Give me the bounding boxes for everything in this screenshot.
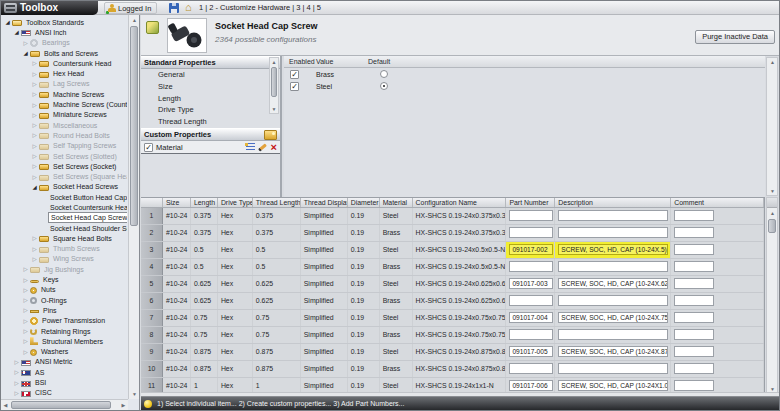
scroll-right-icon[interactable]: ▶ [119, 400, 128, 410]
logged-in-button[interactable]: Logged In [104, 2, 157, 14]
collapsed-arrow-icon[interactable]: ▷ [21, 38, 30, 48]
part-number-input[interactable] [509, 329, 553, 340]
collapsed-arrow-icon[interactable]: ▷ [12, 357, 21, 367]
part-number-input[interactable]: 091017-006 [509, 380, 553, 391]
column-header-part-number[interactable]: Part Number [506, 198, 555, 207]
scroll-down-icon[interactable]: ▼ [270, 104, 278, 114]
tree-item-set-screws-slotted[interactable]: ▷Set Screws (Slotted) [1, 151, 127, 161]
collapsed-arrow-icon[interactable]: ▷ [30, 151, 39, 161]
collapsed-arrow-icon[interactable]: ▷ [12, 378, 21, 388]
collapsed-arrow-icon[interactable]: ▷ [30, 161, 39, 171]
collapsed-arrow-icon[interactable]: ▷ [30, 244, 39, 254]
expanded-arrow-icon[interactable]: ◢ [21, 48, 30, 58]
tree-item-bolts-and-screws[interactable]: ◢Bolts and Screws [1, 48, 127, 58]
tree-item-machine-screws[interactable]: ▷Machine Screws [1, 89, 127, 99]
values-scrollbar[interactable]: ▲ ▼ [766, 57, 778, 196]
comment-input[interactable] [674, 227, 714, 238]
part-number-input[interactable] [509, 363, 553, 374]
default-radio[interactable] [380, 82, 388, 90]
scroll-down-icon[interactable]: ▼ [767, 186, 778, 196]
tree-item-structural-members[interactable]: ▷Structural Members [1, 336, 127, 346]
breadcrumb[interactable]: 1 | 2 - Customize Hardware | 3 | 4 | 5 [199, 1, 321, 15]
tree-item-socket-countersunk-head[interactable]: Socket Countersunk Head [1, 202, 127, 212]
collapsed-arrow-icon[interactable]: ▷ [21, 347, 30, 357]
collapsed-arrow-icon[interactable]: ▷ [12, 367, 21, 377]
scroll-up-icon[interactable]: ▲ [767, 208, 778, 218]
tree-item-socket-head-screws[interactable]: ◢Socket Head Screws [1, 182, 127, 192]
part-number-input[interactable] [509, 227, 553, 238]
collapsed-arrow-icon[interactable]: ▷ [30, 120, 39, 130]
column-header-size[interactable]: Size [163, 198, 191, 207]
standard-property-general[interactable]: General [141, 69, 280, 81]
tree-item-socket-head-shoulder-scre[interactable]: Socket Head Shoulder Scre [1, 223, 127, 233]
part-number-input[interactable]: 091017-002 [509, 244, 553, 255]
comment-input[interactable] [674, 261, 714, 272]
description-input[interactable] [558, 261, 668, 272]
save-icon[interactable] [169, 3, 179, 13]
column-header-diameter[interactable]: Diameter [348, 198, 380, 207]
default-radio[interactable] [380, 70, 388, 78]
comment-input[interactable] [674, 244, 714, 255]
description-input[interactable] [558, 210, 668, 221]
tree-item-as[interactable]: ▷AS [1, 367, 127, 377]
comment-input[interactable] [674, 346, 714, 357]
row-number-header[interactable] [141, 198, 163, 207]
collapsed-arrow-icon[interactable]: ▷ [30, 89, 39, 99]
column-header-description[interactable]: Description [555, 198, 671, 207]
scrollbar-thumb[interactable] [11, 401, 111, 409]
part-number-input[interactable] [509, 295, 553, 306]
scroll-down-icon[interactable]: ▼ [129, 389, 140, 399]
tree-item-ansi-inch[interactable]: ◢ANSI Inch [1, 27, 127, 37]
collapsed-arrow-icon[interactable]: ▷ [30, 233, 39, 243]
tree-item-bsi[interactable]: ▷BSI [1, 377, 127, 387]
tree-item-washers[interactable]: ▷Washers [1, 347, 127, 357]
collapsed-arrow-icon[interactable]: ▷ [21, 264, 30, 274]
standard-property-drive-type[interactable]: Drive Type [141, 104, 280, 116]
part-number-input[interactable]: 091017-005 [509, 346, 553, 357]
standard-property-size[interactable]: Size [141, 81, 280, 93]
tree-item-countersunk-head[interactable]: ▷Countersunk Head [1, 58, 127, 68]
description-input[interactable] [558, 363, 668, 374]
comment-input[interactable] [674, 380, 714, 391]
tree-item-ansi-metric[interactable]: ▷ANSI Metric [1, 357, 127, 367]
collapsed-arrow-icon[interactable]: ▷ [30, 254, 39, 264]
collapsed-arrow-icon[interactable]: ▷ [21, 316, 30, 326]
enabled-checkbox[interactable]: ✓ [290, 82, 299, 91]
tree-item-socket-button-head-cap-sc[interactable]: Socket Button Head Cap Sc [1, 192, 127, 202]
part-number-input[interactable]: 091017-004 [509, 312, 553, 323]
collapsed-arrow-icon[interactable]: ▷ [30, 130, 39, 140]
collapsed-arrow-icon[interactable]: ▷ [21, 285, 30, 295]
collapsed-arrow-icon[interactable]: ▷ [30, 79, 39, 89]
expanded-arrow-icon[interactable]: ◢ [12, 27, 21, 37]
tree-item-pins[interactable]: ▷Pins [1, 305, 127, 315]
scroll-up-icon[interactable]: ▲ [270, 57, 278, 67]
tree-item-miscellaneous[interactable]: ▷Miscellaneous [1, 120, 127, 130]
tree-item-lag-screws[interactable]: ▷Lag Screws [1, 79, 127, 89]
tree-item-set-screws-square-head[interactable]: ▷Set Screws (Square Head) [1, 171, 127, 181]
tree-item-square-head-bolts[interactable]: ▷Square Head Bolts [1, 233, 127, 243]
collapsed-arrow-icon[interactable]: ▷ [30, 69, 39, 79]
scrollbar-thumb[interactable] [768, 219, 776, 233]
tree-item-cisc[interactable]: ▷CISC [1, 388, 127, 398]
tree-item-nuts[interactable]: ▷Nuts [1, 285, 127, 295]
purge-inactive-data-button[interactable]: Purge Inactive Data [695, 30, 775, 44]
collapsed-arrow-icon[interactable]: ▷ [12, 388, 21, 398]
column-header-comment[interactable]: Comment [671, 198, 764, 207]
comment-input[interactable] [674, 363, 714, 374]
part-number-input[interactable]: 091017-003 [509, 278, 553, 289]
tree-item-o-rings[interactable]: ▷O-Rings [1, 295, 127, 305]
part-number-input[interactable] [509, 261, 553, 272]
tree-vertical-scrollbar[interactable]: ▲ ▼ [128, 15, 139, 399]
description-input[interactable]: SCREW, SOC, HD, CAP (10-24X.625) [558, 278, 668, 289]
expanded-arrow-icon[interactable]: ◢ [30, 182, 39, 192]
scrollbar-thumb[interactable] [271, 67, 277, 97]
collapsed-arrow-icon[interactable]: ▷ [30, 141, 39, 151]
tree-item-socket-head-cap-screw[interactable]: Socket Head Cap Screw [1, 213, 127, 223]
column-header-drive-type[interactable]: Drive Type [218, 198, 253, 207]
tree-item-wing-screws[interactable]: ▷Wing Screws [1, 254, 127, 264]
collapsed-arrow-icon[interactable]: ▷ [21, 275, 30, 285]
table-scrollbar[interactable]: ▲ ▼ [766, 197, 778, 394]
column-header-material[interactable]: Material [380, 198, 413, 207]
edit-pencil-icon[interactable] [258, 143, 267, 151]
collapsed-arrow-icon[interactable]: ▷ [30, 172, 39, 182]
